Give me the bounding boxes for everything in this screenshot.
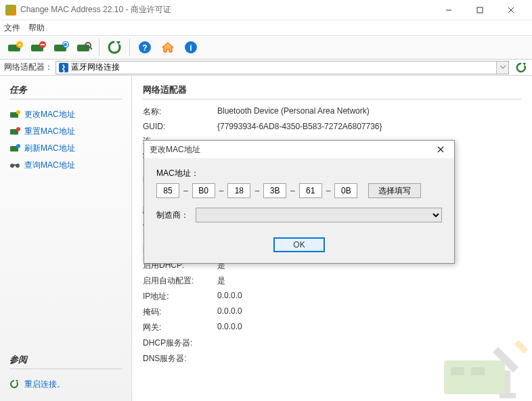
menubar: 文件 帮助 bbox=[0, 20, 532, 35]
select-fill-button[interactable]: 选择填写 bbox=[368, 183, 421, 198]
svg-rect-29 bbox=[451, 367, 464, 375]
main-heading: 网络适配器 bbox=[143, 84, 521, 99]
toolbar-reset-mac[interactable] bbox=[27, 37, 49, 58]
auto-label: 启用自动配置: bbox=[143, 275, 217, 287]
name-label: 名称: bbox=[143, 106, 217, 118]
svg-point-22 bbox=[16, 127, 20, 131]
toolbar-change-mac[interactable] bbox=[4, 37, 26, 58]
svg-rect-30 bbox=[471, 367, 485, 375]
tasks-heading: 任务 bbox=[9, 84, 122, 99]
task-label: 重置MAC地址 bbox=[24, 126, 75, 137]
minimize-button[interactable] bbox=[433, 0, 464, 20]
gw-value: 0.0.0.0 bbox=[217, 322, 242, 333]
adapter-label: 网络适配器： bbox=[4, 62, 53, 73]
refresh-icon bbox=[9, 379, 20, 390]
task-refresh-mac[interactable]: 刷新MAC地址 bbox=[9, 140, 122, 157]
task-reset-mac[interactable]: 重置MAC地址 bbox=[9, 123, 122, 140]
mask-label: 掩码: bbox=[143, 306, 217, 318]
svg-rect-27 bbox=[14, 164, 16, 166]
card-reset-icon bbox=[9, 126, 20, 137]
manufacturer-select[interactable] bbox=[196, 208, 442, 222]
menu-file[interactable]: 文件 bbox=[4, 22, 20, 34]
mac-label: MAC地址： bbox=[156, 168, 442, 179]
toolbar-refresh-mac[interactable] bbox=[50, 37, 72, 58]
svg-rect-32 bbox=[500, 393, 516, 398]
svg-line-13 bbox=[90, 47, 92, 49]
binoculars-icon bbox=[9, 160, 20, 171]
mac-octet-4[interactable] bbox=[263, 183, 286, 198]
bluetooth-icon bbox=[59, 63, 68, 72]
toolbar: ? i bbox=[0, 35, 532, 60]
toolbar-help[interactable]: ? bbox=[134, 37, 156, 58]
titlebar: Change MAC Address 22.10 - 商业许可证 bbox=[0, 0, 532, 20]
mac-octet-6[interactable] bbox=[334, 183, 357, 198]
watermark-icon bbox=[437, 333, 532, 401]
name-value: Bluetooth Device (Personal Area Network) bbox=[217, 106, 370, 118]
toolbar-about[interactable]: i bbox=[180, 37, 202, 58]
toolbar-separator bbox=[99, 39, 99, 56]
task-label: 刷新MAC地址 bbox=[24, 143, 75, 154]
svg-rect-1 bbox=[477, 7, 483, 13]
close-button[interactable] bbox=[495, 0, 527, 20]
mask-value: 0.0.0.0 bbox=[217, 306, 242, 318]
gw-label: 网关: bbox=[143, 322, 217, 333]
manufacturer-label: 制造商： bbox=[156, 210, 189, 221]
chevron-down-icon bbox=[496, 62, 508, 74]
dns-srv-label: DNS服务器: bbox=[143, 353, 217, 364]
card-edit-icon bbox=[9, 110, 20, 120]
auto-value: 是 bbox=[217, 275, 225, 287]
card-refresh-icon bbox=[9, 143, 20, 154]
task-change-mac[interactable]: 更改MAC地址 bbox=[9, 106, 122, 123]
guid-value: {77993934-6AD8-4350-B583-7272A6807736} bbox=[217, 122, 382, 131]
task-label: 查询MAC地址 bbox=[24, 160, 75, 171]
see-also-restart[interactable]: 重启连接。 bbox=[9, 376, 122, 393]
dialog-title: 更改MAC地址 bbox=[150, 144, 433, 156]
mac-octet-3[interactable] bbox=[227, 183, 250, 198]
see-also-label: 重启连接。 bbox=[24, 379, 65, 390]
mac-octet-1[interactable] bbox=[156, 183, 179, 198]
ok-button[interactable]: OK bbox=[273, 237, 325, 252]
svg-point-24 bbox=[16, 144, 20, 148]
dhcp-srv-label: DHCP服务器: bbox=[143, 337, 217, 349]
adapter-row: 网络适配器： 蓝牙网络连接 bbox=[0, 60, 532, 76]
mac-octet-5[interactable] bbox=[299, 183, 322, 198]
menu-help[interactable]: 帮助 bbox=[28, 22, 45, 34]
task-label: 更改MAC地址 bbox=[24, 109, 75, 120]
toolbar-separator bbox=[129, 39, 130, 56]
svg-rect-8 bbox=[41, 44, 45, 45]
see-also-heading: 参阅 bbox=[9, 354, 122, 369]
adapter-selected: 蓝牙网络连接 bbox=[71, 62, 120, 73]
window-title: Change MAC Address 22.10 - 商业许可证 bbox=[20, 4, 433, 16]
maximize-button[interactable] bbox=[464, 0, 495, 20]
toolbar-home[interactable] bbox=[157, 37, 179, 58]
manufacturer-row: 制造商： bbox=[156, 208, 442, 222]
adapter-refresh[interactable] bbox=[514, 61, 528, 74]
guid-label: GUID: bbox=[143, 122, 217, 131]
svg-text:?: ? bbox=[142, 43, 147, 53]
ip-value: 0.0.0.0 bbox=[217, 291, 242, 302]
toolbar-refresh[interactable] bbox=[104, 37, 125, 58]
toolbar-lookup-mac[interactable] bbox=[73, 37, 95, 58]
change-mac-dialog: 更改MAC地址 MAC地址： – – – – – 选择填写 制造商： OK bbox=[143, 140, 455, 264]
ip-label: IP地址: bbox=[143, 291, 217, 302]
app-icon bbox=[5, 5, 16, 16]
mac-input-row: – – – – – 选择填写 bbox=[156, 183, 442, 198]
sidebar: 任务 更改MAC地址 重置MAC地址 刷新MAC地址 查询MAC地址 参阅 重启… bbox=[0, 76, 132, 401]
svg-point-20 bbox=[16, 110, 20, 114]
svg-text:i: i bbox=[190, 43, 192, 53]
task-lookup-mac[interactable]: 查询MAC地址 bbox=[9, 157, 122, 174]
adapter-select[interactable]: 蓝牙网络连接 bbox=[56, 61, 509, 74]
dialog-close-button[interactable] bbox=[433, 143, 449, 156]
mac-octet-2[interactable] bbox=[192, 183, 215, 198]
dialog-titlebar: 更改MAC地址 bbox=[144, 141, 454, 158]
svg-rect-28 bbox=[444, 360, 505, 394]
